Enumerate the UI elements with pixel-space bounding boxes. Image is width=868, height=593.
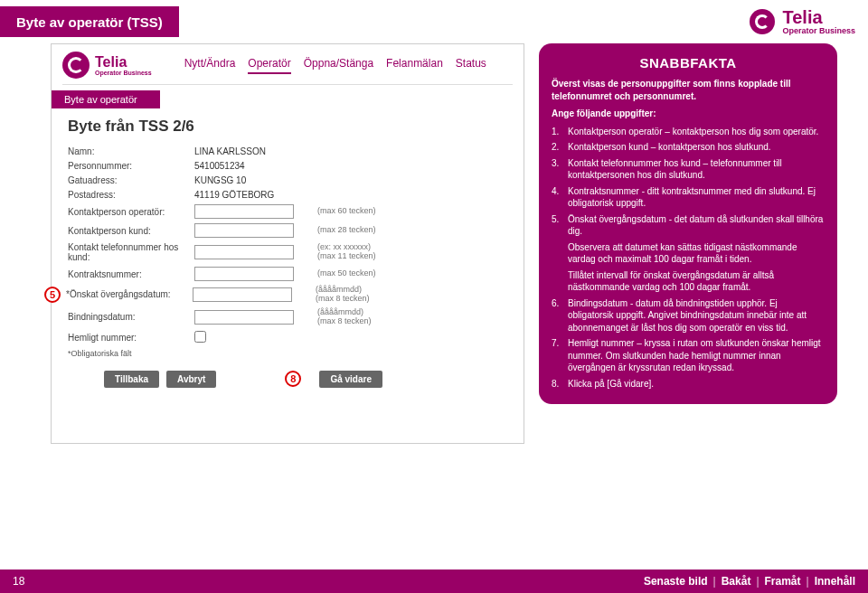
value-personnr: 5410051234: [194, 161, 312, 171]
swirl-icon: [62, 52, 90, 79]
page-title-strip: Byte av operatör (TSS): [0, 6, 179, 37]
hint-kontakt-kund: (max 28 tecken): [317, 226, 376, 235]
tab-status[interactable]: Status: [456, 57, 486, 74]
tab-operator[interactable]: Operatör: [248, 57, 290, 74]
swirl-icon: [750, 9, 775, 34]
hint-kontakt-operator: (max 60 tecken): [317, 207, 376, 216]
tab-oppna-stanga[interactable]: Öppna/Stänga: [304, 57, 373, 74]
info-item: Hemligt nummer – kryssa i rutan om slutk…: [568, 337, 825, 374]
label-gatu: Gatuadress:: [68, 175, 194, 185]
app-brand-sub: Operator Business: [95, 70, 152, 76]
tab-nytt-andra[interactable]: Nytt/Ändra: [184, 57, 236, 74]
back-button[interactable]: Tillbaka: [104, 371, 159, 388]
info-item: Önskat övergångsdatum - det datum då slu…: [568, 213, 825, 238]
app-body: Byte från TSS 2/6 Namn: LINA KARLSSON Pe…: [52, 118, 524, 443]
info-item: Observera att datumet kan sättas tidigas…: [568, 241, 825, 266]
label-post: Postadress:: [68, 190, 194, 200]
bottombar: 18 Senaste bild | Bakåt | Framåt | Inneh…: [0, 569, 868, 593]
nav-innehall[interactable]: Innehåll: [815, 575, 855, 588]
info-panel: SNABBFAKTA Överst visas de personuppgift…: [539, 43, 837, 404]
app-window: Telia Operator Business Nytt/Ändra Opera…: [51, 43, 524, 444]
input-overgang[interactable]: [193, 287, 292, 302]
info-sub: Ange följande uppgifter:: [552, 108, 656, 118]
callout-5: 5: [44, 287, 61, 303]
app-header: Telia Operator Business Nytt/Ändra Opera…: [52, 44, 524, 82]
next-button[interactable]: Gå vidare: [319, 371, 382, 388]
hint-overgang: (ååååmmdd) (max 8 tecken): [316, 286, 370, 304]
label-bind: Bindningsdatum:: [68, 312, 194, 322]
info-item: Kontaktperson kund – kontaktperson hos s…: [568, 141, 771, 154]
button-row: Tillbaka Avbryt 8 Gå vidare: [104, 371, 507, 388]
info-item: Kontraktsnummer - ditt kontraktsnummer m…: [568, 185, 825, 210]
label-hemligt: Hemligt nummer:: [68, 333, 194, 343]
hint-kontrakt: (max 50 tecken): [317, 269, 376, 278]
value-namn: LINA KARLSSON: [194, 146, 312, 156]
input-bind[interactable]: [194, 310, 294, 325]
label-namn: Namn:: [68, 146, 194, 156]
checkbox-hemligt[interactable]: [194, 331, 206, 343]
app-tabs: Nytt/Ändra Operatör Öppna/Stänga Felanmä…: [184, 57, 486, 74]
topbar: Byte av operatör (TSS) Telia Operator Bu…: [0, 0, 868, 43]
brand-name: Telia: [782, 7, 855, 27]
info-intro: Överst visas de personuppgifter som finn…: [552, 79, 791, 101]
page-subtitle: Byte från TSS 2/6: [68, 118, 507, 136]
info-item: Tillåtet intervall för önskat övergångsd…: [568, 269, 825, 294]
callout-8: 8: [285, 371, 301, 387]
label-kontakt-operator: Kontaktperson operatör:: [68, 207, 194, 217]
nav-bakat[interactable]: Bakåt: [722, 575, 751, 588]
page-title: Byte av operatör (TSS): [16, 14, 163, 30]
hint-kontakt-tel: (ex: xx xxxxxx) (max 11 tecken): [317, 243, 376, 261]
tab-felanmalan[interactable]: Felanmälan: [386, 57, 443, 74]
input-kontakt-tel[interactable]: [194, 245, 294, 259]
cancel-button[interactable]: Avbryt: [166, 371, 216, 388]
label-kontrakt: Kontraktsnummer:: [68, 269, 194, 279]
label-kontakt-tel: Kontakt telefonnummer hos kund:: [68, 242, 194, 262]
footer-nav: Senaste bild | Bakåt | Framåt | Innehåll: [644, 575, 855, 588]
app-brand: Telia: [95, 55, 152, 70]
value-post: 41119 GÖTEBORG: [194, 190, 312, 200]
info-item: Bindingsdatum - datum då bindningstiden …: [568, 297, 825, 334]
hint-bind: (ååååmmdd) (max 8 tecken): [317, 308, 372, 326]
label-overgang: *Önskat övergångsdatum:: [66, 289, 193, 299]
breadcrumb: Byte av operatör: [52, 90, 160, 108]
info-item: Klicka på [Gå vidare].: [568, 378, 654, 391]
app-logo: Telia Operator Business: [62, 52, 152, 79]
label-personnr: Personnummer:: [68, 161, 194, 171]
info-title: SNABBFAKTA: [552, 54, 825, 72]
page-number: 18: [13, 575, 24, 588]
input-kontrakt[interactable]: [194, 267, 294, 281]
value-gatu: KUNGSG 10: [194, 175, 312, 185]
info-list: 1.Kontaktperson operatör – kontaktperson…: [552, 126, 825, 391]
input-kontakt-kund[interactable]: [194, 223, 294, 238]
brand-sub: Operator Business: [782, 27, 855, 36]
input-kontakt-operator[interactable]: [194, 204, 294, 219]
label-kontakt-kund: Kontaktperson kund:: [68, 226, 194, 236]
info-item: Kontaktperson operatör – kontaktperson h…: [568, 126, 818, 138]
info-item: Kontakt telefonnummer hos kund – telefon…: [568, 157, 825, 182]
telia-logo: Telia Operator Business: [750, 7, 855, 36]
nav-senaste-bild[interactable]: Senaste bild: [644, 575, 708, 588]
nav-framat[interactable]: Framåt: [765, 575, 801, 588]
footnote-obligatoriska: *Obligatoriska fält: [68, 349, 507, 358]
